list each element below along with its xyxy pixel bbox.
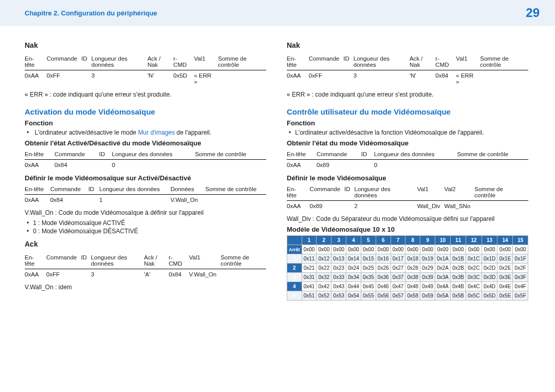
table-header-cell: Longueur des données — [112, 149, 195, 160]
grid-cell: 0x00 — [346, 245, 361, 254]
mur-images-link[interactable]: Mur d'images — [138, 129, 175, 136]
table-header-cell: Commande — [309, 53, 343, 70]
grid-cell: 0x5D — [482, 291, 497, 301]
right-column: Nak En-têteCommandeIDLongueur des donnée… — [287, 41, 528, 301]
grid-model-table: 123456789101112131415 Arrêt0x000x000x000… — [287, 235, 528, 301]
grid-cell: 0x29 — [420, 264, 435, 273]
table-header-cell: r-CMD — [435, 53, 456, 70]
grid-cell: 0x39 — [420, 273, 435, 282]
table-cell: 0xAA — [287, 70, 309, 87]
grid-cell: 0x56 — [376, 291, 391, 301]
grid-cell: 0x38 — [405, 273, 420, 282]
grid-cell: 0x55 — [361, 291, 376, 301]
right-get-heading: Obtenir l'état du mode Vidéomosaïque — [287, 139, 528, 147]
grid-cell: 0x00 — [435, 245, 451, 254]
table-header-cell: Somme de contrôle — [474, 184, 528, 201]
grid-col-header: 9 — [420, 236, 435, 245]
grid-cell: 0x00 — [420, 245, 435, 254]
grid-cell: 0x4C — [466, 282, 482, 291]
table-header-cell: Somme de contrôle — [457, 149, 528, 160]
table-header-cell: Ack / Nak — [147, 53, 173, 70]
table-cell: 0 — [374, 160, 457, 171]
grid-cell: 0x2D — [482, 264, 497, 273]
left-ack-heading: Ack — [25, 240, 266, 248]
table-header-cell: Commande — [50, 184, 88, 195]
left-get-table: En-têteCommandeIDLongueur des donnéesSom… — [25, 149, 266, 170]
grid-cell: 0x00 — [513, 245, 528, 254]
table-header-cell: Commande — [317, 149, 361, 160]
mode-off-bullet: 0 : Mode Vidéomosaïque DÉSACTIVÉ — [27, 228, 266, 235]
grid-cell: 0x00 — [361, 245, 376, 254]
grid-row-label: 3 — [287, 273, 302, 282]
table-header-cell: ID — [99, 149, 112, 160]
vwall-on-note: V.Wall_On : Code du mode Vidéomosaïque à… — [25, 209, 266, 216]
right-get-table: En-têteCommandeIDLongueur des donnéesSom… — [287, 149, 528, 170]
table-header-cell: Somme de contrôle — [218, 53, 266, 70]
grid-cell: 0x33 — [331, 273, 346, 282]
left-get-heading: Obtenir l'état Activé/Désactivé du mode … — [25, 139, 266, 147]
grid-col-header: 4 — [346, 236, 361, 245]
table-header-cell: r-CMD — [169, 252, 189, 269]
table-cell — [195, 160, 266, 171]
table-cell: 3 — [91, 70, 147, 87]
table-cell — [81, 70, 91, 87]
table-cell: 0x89 — [317, 160, 361, 171]
table-header-cell: ID — [344, 184, 355, 201]
grid-cell: 0x19 — [420, 254, 435, 264]
page-header: Chapitre 2. Configuration du périphériqu… — [0, 0, 555, 26]
table-header-cell: Commande — [46, 252, 81, 269]
grid-cell: 0x34 — [346, 273, 361, 282]
grid-cell: 0x14 — [346, 254, 361, 264]
table-cell: 0xFF — [47, 70, 81, 87]
table-header-cell: Val2 — [445, 184, 475, 201]
grid-col-header: 5 — [361, 236, 376, 245]
grid-col-header: 1 — [302, 236, 317, 245]
grid-cell: 0x37 — [391, 273, 405, 282]
grid-cell: 0x4F — [513, 282, 528, 291]
grid-cell: 0x1C — [466, 254, 482, 264]
fn-pre: L'ordinateur active/désactive le mode — [35, 129, 138, 136]
grid-row-label: 5 — [287, 291, 302, 301]
grid-cell: 0x3A — [435, 273, 451, 282]
grid-col-header: 6 — [376, 236, 391, 245]
right-fn-text: L'ordinateur active/désactive la fonctio… — [289, 129, 528, 136]
grid-cell: 0x3C — [466, 273, 482, 282]
grid-row: Arrêt0x000x000x000x000x000x000x000x000x0… — [287, 245, 528, 254]
grid-cell: 0x26 — [376, 264, 391, 273]
table-cell — [205, 195, 266, 206]
grid-cell: 0x31 — [302, 273, 317, 282]
grid-col-header: 2 — [317, 236, 331, 245]
grid-row: 50x510x520x530x540x550x560x570x580x590x5… — [287, 291, 528, 301]
grid-cell: 0x1A — [435, 254, 451, 264]
grid-cell: 0x4B — [451, 282, 466, 291]
grid-cell: 0x48 — [405, 282, 420, 291]
grid-row: 40x410x420x430x440x450x460x470x480x490x4… — [287, 282, 528, 291]
grid-col-header: 15 — [513, 236, 528, 245]
grid-cell: 0x36 — [376, 273, 391, 282]
table-cell: 'N' — [147, 70, 173, 87]
table-header-cell: Somme de contrôle — [205, 184, 266, 195]
table-header-cell: Longueur des données — [374, 149, 457, 160]
table-cell: 2 — [355, 201, 417, 212]
wall-div-note: Wall_Div : Code du Séparateur du mode Vi… — [287, 215, 528, 222]
grid-cell: 0x45 — [361, 282, 376, 291]
grid-row-label: 1 — [287, 254, 302, 264]
table-cell — [88, 195, 99, 206]
table-cell: 0x84 — [50, 195, 88, 206]
table-cell: 0xAA — [287, 201, 310, 212]
table-header-cell: ID — [81, 53, 91, 70]
grid-cell: 0x15 — [361, 254, 376, 264]
grid-col-header: 11 — [451, 236, 466, 245]
table-cell: 0 — [112, 160, 195, 171]
table-cell: « ERR » — [194, 70, 218, 87]
left-err-note: « ERR » : code indiquant qu'une erreur s… — [25, 91, 266, 98]
grid-cell: 0x2C — [466, 264, 482, 273]
table-header-cell: Longueur des données — [91, 252, 144, 269]
grid-cell: 0x59 — [420, 291, 435, 301]
table-cell: 0xFF — [46, 269, 81, 280]
table-header-cell: ID — [343, 53, 354, 70]
vwall-idem-note: V.Wall_On : idem — [25, 284, 266, 291]
table-cell: 0x84 — [435, 70, 456, 87]
grid-cell: 0x5A — [435, 291, 451, 301]
grid-cell: 0x43 — [331, 282, 346, 291]
